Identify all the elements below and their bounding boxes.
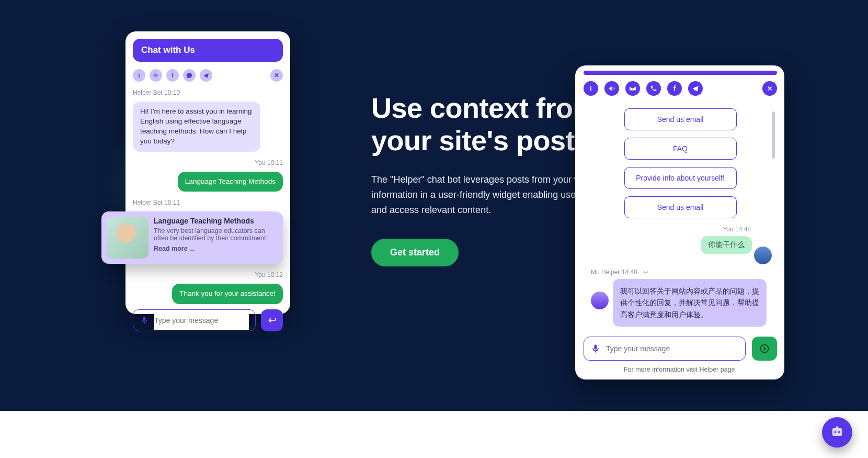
- helper-scroll-area[interactable]: Send us email FAQ Provide info about you…: [584, 108, 777, 330]
- scrollbar[interactable]: [772, 111, 775, 159]
- user-bubble-1: Language Teaching Methods: [178, 172, 283, 192]
- card-body: Language Teaching Methods The very best …: [154, 217, 278, 259]
- info-icon[interactable]: i: [584, 81, 598, 96]
- helper-bot-time: 14:48: [622, 269, 637, 276]
- mic-icon: [590, 343, 601, 354]
- facebook-icon[interactable]: f: [166, 69, 179, 82]
- arrow-right-icon: [759, 343, 770, 354]
- user-bubble-2: Thank you for your assistance!: [172, 284, 283, 304]
- chat-icon-row: i f ✕: [133, 69, 283, 82]
- user-avatar: [754, 247, 772, 264]
- whatsapp-icon[interactable]: [183, 69, 196, 82]
- enter-icon: [267, 315, 277, 326]
- option-provide-info[interactable]: Provide info about yourself!: [624, 167, 737, 189]
- svg-point-0: [761, 345, 769, 353]
- helper-bot-bubble: 我可以回答关于网站内容或产品的问题，提供个性化的回复，并解决常见问题，帮助提高客…: [613, 279, 767, 327]
- user-meta-1: You 10:11: [133, 159, 283, 166]
- helper-footer[interactable]: For more information visit Helper page.: [584, 366, 777, 373]
- helper-input-row: [584, 337, 777, 361]
- headline-line-1: Use context from: [371, 92, 598, 124]
- telegram-icon[interactable]: [200, 69, 212, 82]
- bot-meta-1: Helper Bot 10:10: [133, 89, 283, 96]
- info-icon[interactable]: i: [133, 69, 145, 82]
- helper-input[interactable]: [584, 337, 746, 361]
- helper-user-row: 你能干什么: [584, 236, 777, 254]
- chat-fab[interactable]: [822, 417, 852, 448]
- email-icon[interactable]: [625, 81, 640, 96]
- close-icon[interactable]: [762, 81, 777, 96]
- get-started-button[interactable]: Get started: [371, 239, 459, 266]
- helper-panel: i f Send us email FAQ Provide info about…: [575, 65, 784, 379]
- helper-topbar: [584, 71, 777, 75]
- bot-meta-2: Helper Bot 10:11: [133, 199, 283, 206]
- card-title: Language Teaching Methods: [154, 217, 278, 225]
- helper-user-bubble: 你能干什么: [701, 236, 752, 254]
- chat-send-button[interactable]: [261, 309, 283, 331]
- close-icon[interactable]: ✕: [270, 69, 283, 82]
- helper-input-field[interactable]: [606, 337, 739, 360]
- white-strip: [0, 411, 868, 458]
- bot-avatar: [591, 292, 609, 309]
- phone-icon[interactable]: [646, 81, 661, 96]
- helper-bot-name: Mr. Helper: [591, 269, 620, 276]
- robot-icon: [830, 425, 844, 440]
- audio-icon[interactable]: [150, 69, 162, 82]
- mic-icon: [140, 316, 149, 325]
- user-meta-2: You 10:12: [133, 271, 283, 278]
- chat-input-field[interactable]: [154, 311, 249, 330]
- helper-icon-row: i f: [584, 81, 777, 96]
- bot-bubble-1: Hi! I'm here to assist you in learning E…: [133, 102, 260, 152]
- card-subtitle: The very best language educators can oft…: [154, 227, 278, 242]
- option-send-email[interactable]: Send us email: [624, 108, 737, 130]
- reply-icon[interactable]: ↩: [643, 269, 648, 276]
- chat-input[interactable]: [133, 309, 256, 331]
- chat-header: Chat with Us: [133, 39, 283, 62]
- content-card[interactable]: Language Teaching Methods The very best …: [101, 211, 283, 264]
- chat-input-row: [133, 309, 283, 331]
- chat-widget: Chat with Us i f ✕ Helper Bot 10:10 Hi! …: [125, 31, 290, 314]
- telegram-icon[interactable]: [688, 81, 703, 96]
- helper-bot-meta: Mr. Helper 14:48 ↩: [591, 269, 777, 276]
- helper-send-button[interactable]: [752, 337, 777, 361]
- facebook-icon[interactable]: f: [667, 81, 682, 96]
- card-thumbnail: [107, 217, 149, 259]
- helper-user-meta: You 14:48: [584, 226, 751, 233]
- option-send-email-2[interactable]: Send us email: [624, 196, 737, 218]
- headline-line-2: your site's posts: [371, 125, 590, 156]
- card-read-more-link[interactable]: Read more ...: [154, 245, 278, 252]
- audio-icon[interactable]: [604, 81, 619, 96]
- option-faq[interactable]: FAQ: [624, 138, 737, 160]
